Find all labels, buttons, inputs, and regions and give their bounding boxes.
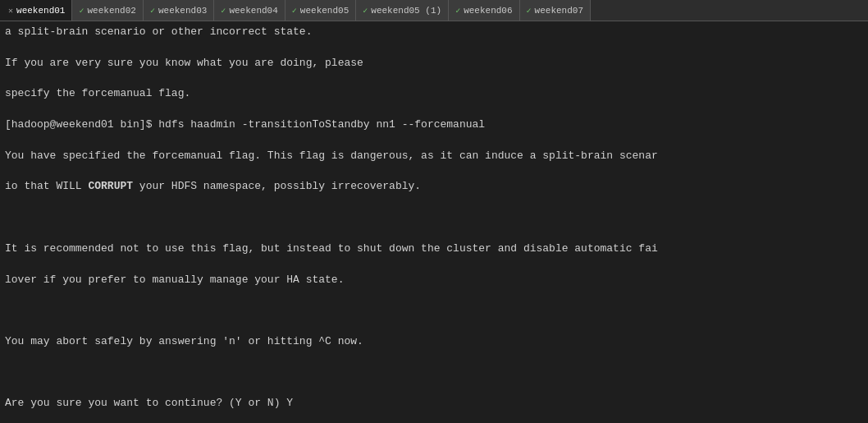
tab-label: weekend02: [87, 6, 135, 16]
tab-weekend05-1[interactable]: ✓ weekend05 (1): [356, 0, 449, 21]
tab-label: weekend04: [229, 6, 277, 16]
tab-label: weekend07: [535, 6, 583, 16]
tab-check-icon: ✓: [150, 6, 155, 16]
terminal-line-9: lover if you prefer to manually manage y…: [5, 273, 863, 288]
terminal-line-3: specify the forcemanual flag.: [5, 86, 863, 102]
terminal-line-1: a split-brain scenario or other incorrec…: [5, 25, 863, 40]
tab-weekend01[interactable]: ✕ weekend01: [0, 0, 72, 21]
tab-weekend05[interactable]: ✓ weekend05: [286, 0, 356, 21]
tab-check-icon: ✓: [363, 6, 368, 16]
terminal-line-11: You may abort safely by answering 'n' or…: [5, 334, 863, 350]
tab-label: weekend01: [16, 6, 65, 16]
terminal-output: a split-brain scenario or other incorrec…: [0, 21, 868, 423]
tab-check-icon: ✓: [221, 6, 226, 16]
terminal-line-12: [5, 366, 863, 381]
tab-weekend06[interactable]: ✓ weekend06: [449, 0, 519, 21]
terminal-line-2: If you are very sure you know what you a…: [5, 56, 863, 71]
tab-weekend04[interactable]: ✓ weekend04: [214, 0, 285, 21]
tab-close-icon: ✕: [8, 6, 13, 16]
tab-label: weekend05: [300, 6, 349, 16]
tab-check-icon: ✓: [455, 6, 460, 16]
tab-check-icon: ✓: [292, 6, 297, 16]
terminal-line-7: [5, 210, 863, 226]
tab-check-icon: ✓: [79, 6, 84, 16]
terminal-line-8: It is recommended not to use this flag, …: [5, 241, 863, 257]
tab-weekend02[interactable]: ✓ weekend02: [72, 0, 143, 21]
terminal-line-4: [hadoop@weekend01 bin]$ hdfs haadmin -tr…: [5, 117, 863, 133]
tab-label: weekend05 (1): [371, 6, 441, 16]
tab-check-icon: ✓: [527, 6, 532, 16]
terminal-line-10: [5, 303, 863, 319]
terminal-line-13: Are you sure you want to continue? (Y or…: [5, 396, 863, 412]
tab-bar: ✕ weekend01 ✓ weekend02 ✓ weekend03 ✓ we…: [0, 0, 868, 21]
tab-weekend03[interactable]: ✓ weekend03: [144, 0, 214, 21]
tab-label: weekend03: [158, 6, 207, 16]
terminal-line-6: io that WILL CORRUPT your HDFS namespace…: [5, 179, 863, 195]
tab-label: weekend06: [464, 6, 512, 16]
tab-weekend07[interactable]: ✓ weekend07: [520, 0, 591, 21]
terminal-line-5: You have specified the forcemanual flag.…: [5, 149, 863, 164]
